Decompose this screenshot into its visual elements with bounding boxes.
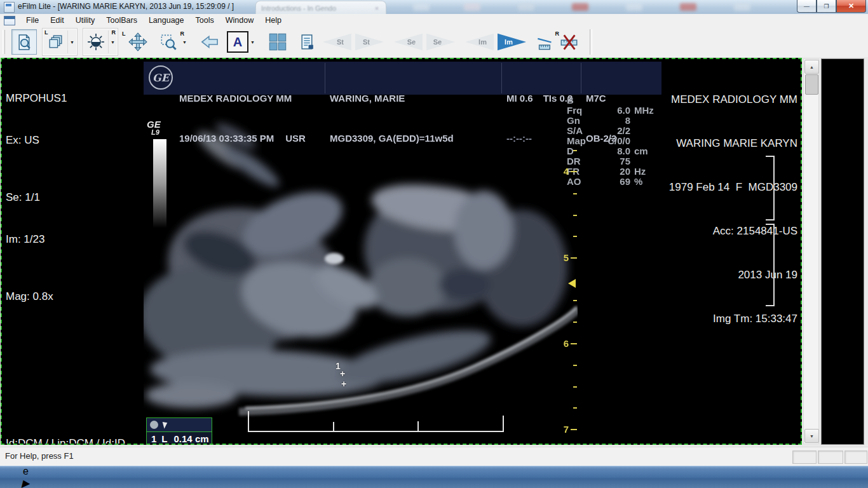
image-stack-icon: [47, 34, 64, 51]
menu-toolbars[interactable]: ToolBars: [100, 14, 143, 27]
status-pane: [818, 451, 843, 464]
depth-label: 6: [552, 338, 569, 349]
background-browser-tab[interactable]: Introductions - In Gendo ×: [255, 1, 386, 14]
probe-model: L9: [151, 128, 161, 136]
back-button[interactable]: [198, 30, 222, 54]
scrollbar-thumb[interactable]: [805, 74, 818, 95]
param-key: Gn: [567, 116, 597, 126]
band-divider: [325, 63, 325, 93]
param-key: Frq: [567, 105, 597, 116]
next-image-button[interactable]: Im: [498, 33, 526, 51]
acquisition-params: B Frq6.0MHz Gn8 S/A2/2 MapC/0/0 D8.0cm D…: [567, 95, 663, 187]
output-block: MI 0.6TIs 0.2 --:--:--: [506, 65, 573, 172]
bottom-scale-tick: [503, 416, 504, 432]
background-tab-title: Introductions - In Gendo: [261, 4, 373, 12]
efilm-app-icon: [4, 2, 15, 13]
report-document-icon: [299, 34, 316, 51]
caliper-cross-icon: +: [341, 380, 346, 388]
ruler-tick: [573, 322, 577, 323]
image-time: Img Tm: 15:33:47: [669, 311, 797, 326]
stack-dropdown-caret[interactable]: ▼: [67, 30, 76, 53]
tab-close-icon[interactable]: ×: [373, 4, 381, 12]
magnify-mouse-modifier: R: [180, 30, 185, 37]
ruler-tick: [573, 386, 577, 388]
window-controls: — ❐ ✕: [797, 0, 866, 13]
left-overlay: MRPOHUS1 Ex: US Se: 1/1 Im: 1/23 Mag: 0.…: [6, 64, 67, 332]
scroll-down-icon[interactable]: ▼: [804, 429, 819, 443]
secondary-pane[interactable]: [821, 58, 864, 445]
grid-layout-icon: [268, 32, 287, 51]
measure-button[interactable]: R: [532, 30, 557, 54]
focus-marker-icon: [568, 279, 576, 288]
measurement-box-header: [147, 418, 212, 432]
status-pane: [844, 451, 867, 464]
next-series-button[interactable]: Se: [426, 33, 455, 51]
start-button[interactable]: [5, 467, 24, 486]
annotation-dropdown-caret[interactable]: ▼: [248, 30, 257, 53]
study-date: 2013 Jun 19: [669, 268, 797, 282]
scan-datetime: 19/06/13 03:33:35 PM: [179, 133, 274, 144]
delete-measurements-button[interactable]: [557, 30, 581, 54]
depth-label: 7: [552, 424, 569, 435]
magnify-button[interactable]: R: [156, 30, 180, 54]
report-button[interactable]: [295, 30, 319, 54]
menu-window[interactable]: Window: [220, 14, 259, 27]
band-divider: [501, 63, 502, 93]
previous-series-button[interactable]: Se: [394, 33, 423, 51]
blurred-background-shape: [413, 3, 430, 11]
stack-mouse-modifier: L: [44, 29, 48, 36]
ruler-tick: [571, 171, 577, 172]
ruler-tick: [573, 193, 577, 194]
blurred-background-shape: [680, 3, 696, 11]
patient-full-name: WARING MARIE KARYN: [669, 136, 797, 151]
param-key: Map: [567, 136, 597, 146]
media-player-icon[interactable]: ▶: [22, 477, 868, 488]
right-bracket: [766, 224, 775, 306]
measurement-value: 0.14 cm: [174, 433, 209, 444]
ruler-tick: [573, 407, 577, 409]
next-series-label: Se: [433, 38, 442, 46]
annotation-button[interactable]: A: [227, 31, 248, 53]
toolbar: L ▼ R: [0, 27, 868, 58]
menu-language[interactable]: Language: [143, 14, 190, 27]
explorer-view-button[interactable]: [11, 29, 37, 55]
depth-label: 4: [552, 166, 569, 177]
param-key: AO: [567, 177, 597, 187]
pan-button[interactable]: L: [126, 30, 150, 54]
next-study-button[interactable]: St: [355, 33, 384, 51]
previous-study-button[interactable]: St: [323, 33, 351, 51]
operator: USR: [285, 133, 306, 144]
page-magnifier-icon: [16, 34, 33, 51]
minimize-button[interactable]: —: [797, 0, 817, 13]
delete-measurements-icon: [560, 33, 578, 51]
vertical-scrollbar[interactable]: ▲ ▼: [803, 58, 819, 444]
restore-button[interactable]: ❐: [817, 0, 836, 13]
menu-utility[interactable]: Utility: [70, 14, 101, 27]
ruler-tick: [571, 257, 577, 259]
window-title: eFilm Lite - [WARING MARIE KARYN, 2013 J…: [18, 2, 234, 11]
timer-value: --:--:--: [506, 132, 573, 145]
layout-button[interactable]: [266, 30, 290, 54]
right-bracket: [766, 156, 775, 220]
measurement-result-box: 1 L 0.14 cm: [146, 417, 212, 445]
menu-file[interactable]: File: [20, 14, 44, 27]
menu-help[interactable]: Help: [259, 14, 287, 27]
param-key: DR: [567, 156, 597, 166]
menu-edit[interactable]: Edit: [44, 14, 70, 27]
status-bar: For Help, press F1: [0, 447, 868, 466]
lut-info: Id:DCM / Lin:DCM / Id:ID: [6, 436, 125, 445]
measure-mouse-modifier: R: [555, 30, 560, 37]
measure-ruler-icon: [536, 33, 554, 51]
image-viewport[interactable]: GE MEDEX RADIOLOGY MM 19/06/13 03:33:35 …: [1, 58, 802, 445]
scroll-up-icon[interactable]: ▲: [804, 60, 819, 74]
menu-tools[interactable]: Tools: [190, 14, 220, 27]
window-level-button[interactable]: [84, 30, 108, 54]
close-button[interactable]: ✕: [836, 0, 866, 13]
bottom-scale-line: [248, 431, 504, 432]
ruler-tick: [573, 215, 577, 216]
menu-bar: File Edit Utility ToolBars Language Tool…: [0, 14, 868, 27]
mdi-document-icon[interactable]: [4, 16, 15, 25]
caliper-cross-icon: +: [340, 370, 345, 377]
ruler-tick: [573, 300, 577, 301]
previous-image-button[interactable]: Im: [465, 33, 494, 51]
